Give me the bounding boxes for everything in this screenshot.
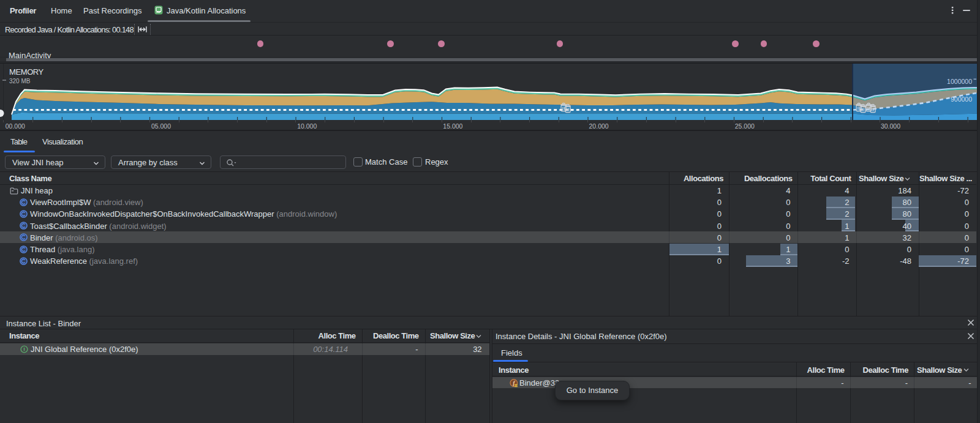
svg-text:1000000: 1000000: [947, 78, 972, 85]
svg-text:900000: 900000: [951, 95, 972, 103]
